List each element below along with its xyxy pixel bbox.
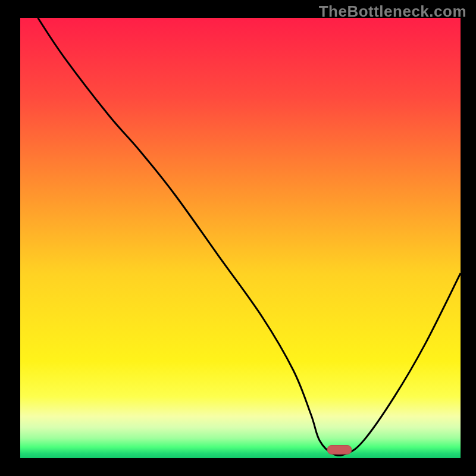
bottleneck-chart bbox=[20, 18, 461, 458]
optimal-marker bbox=[327, 446, 352, 455]
gradient-background bbox=[20, 18, 461, 458]
